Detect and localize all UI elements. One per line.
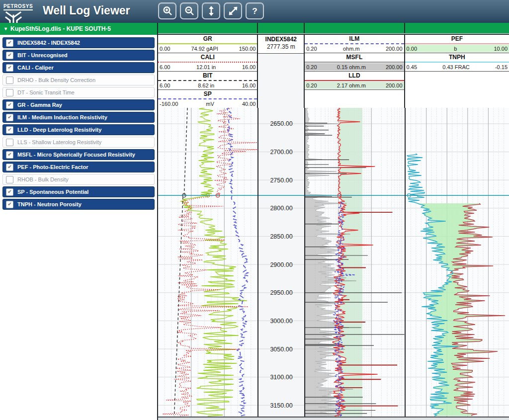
curve-scale-values: 0.0074.92 gAPI150.00 [158,45,257,52]
sidebar-item-msfl[interactable]: ✔MSFL - Micro Spherically Focused Resist… [2,149,155,160]
help-icon: ? [252,7,257,15]
curve-title: TNPH [405,53,509,61]
unchecked-checkbox[interactable] [6,77,13,84]
zoom-in-icon [162,5,173,16]
track2-strip [305,23,405,33]
curve-sample-line-ilm [305,43,404,44]
sidebar-item-cali[interactable]: ✔CALI - Caliper [2,62,155,73]
curve-item-label: ILM - Medium Induction Resistivity [17,114,107,120]
cursor-value-unit: 0.15 ohm.m [317,64,386,70]
sidebar-item-bit[interactable]: ✔BIT - Unrecognised [2,50,155,61]
app-title: Well Log Viewer [43,4,130,17]
curve-title: GR [158,35,257,43]
unchecked-checkbox[interactable] [6,176,13,183]
scale-max: 16.00 [242,64,256,70]
checked-checkbox[interactable]: ✔ [6,126,13,134]
fit-screen-button[interactable] [224,2,242,19]
curve-list-panel: ▾ KupeSth5Log.dlis - KUPE SOUTH-5 ✔INDEX… [0,23,157,420]
track-header-strip [158,23,509,34]
curve-header-pef: PEF0.00b10.00 [405,35,509,53]
curve-item-label: DT - Sonic Transit Time [17,89,75,95]
sidebar-item-tnph[interactable]: ✔TNPH - Neutron Porosity [2,199,155,210]
sidebar-item-lld[interactable]: ✔LLD - Deep Laterolog Resistivity [2,124,155,135]
curve-list: ✔INDEX5842 - INDEX5842✔BIT - Unrecognise… [0,35,157,210]
zoom-out-button[interactable] [180,2,198,19]
checked-checkbox[interactable]: ✔ [6,164,13,171]
cursor-value-unit: 0.43 FRAC [417,64,495,70]
curve-item-label: LLS - Shallow Laterolog Resistivity [17,139,101,145]
scale-max: 200.00 [386,64,403,70]
log-file-header[interactable]: ▾ KupeSth5Log.dlis - KUPE SOUTH-5 [0,23,157,35]
curve-item-label: TNPH - Neutron Porosity [17,201,82,207]
curve-header-gr: GR0.0074.92 gAPI150.00 [158,35,257,53]
cursor-value-unit: 12.01 in [170,64,242,70]
scale-min: 0.20 [306,83,317,88]
curve-header-sp: SP-160.00mV40.00 [158,90,257,108]
checked-checkbox[interactable]: ✔ [6,188,13,196]
sidebar-item-pef[interactable]: ✔PEF - Photo-Electric Factor [2,162,155,172]
collapse-caret-icon: ▾ [4,26,7,31]
sidebar-item-rhob[interactable]: RHOB - Bulk Density [2,174,155,185]
checked-checkbox[interactable]: ✔ [6,114,13,121]
sidebar-item-drho[interactable]: DRHO - Bulk Density Correction [2,75,155,85]
curve-header-tnph: TNPH0.450.43 FRAC-0.15 [405,53,509,72]
svg-text:2850.00: 2850.00 [270,233,292,240]
fit-height-button[interactable] [202,2,220,19]
curve-header-bit: BIT6.008.62 in16.00 [158,72,257,90]
curve-item-label: BIT - Unrecognised [17,52,68,58]
sidebar-item-gr[interactable]: ✔GR - Gamma Ray [2,99,155,110]
log-plot[interactable]: 2650.002700.002750.002800.002850.002900.… [158,108,509,420]
checked-checkbox[interactable]: ✔ [6,101,13,109]
curve-scale-values: -160.00mV40.00 [158,100,257,107]
curve-header-msfl: MSFL0.200.15 ohm.m200.00 [305,53,404,72]
curve-title: SP [158,90,257,98]
checked-checkbox[interactable]: ✔ [6,39,13,47]
cursor-depth-value: 2777.35 m [258,43,304,52]
curve-scale-values: 0.20ohm.m200.00 [305,45,404,52]
cursor-value-unit: b [417,46,494,52]
svg-text:2900.00: 2900.00 [270,261,292,268]
sidebar-item-index5842[interactable]: ✔INDEX5842 - INDEX5842 [2,37,155,48]
sidebar-item-dt[interactable]: DT - Sonic Transit Time [2,87,155,98]
unchecked-checkbox[interactable] [6,139,13,146]
cursor-value-unit: 74.92 gAPI [170,46,239,52]
curve-item-label: GR - Gamma Ray [17,102,62,108]
curve-header-lld: LLD0.202.17 ohm.m200.00 [305,72,404,90]
checked-checkbox[interactable]: ✔ [6,201,13,208]
zoom-in-button[interactable] [158,2,176,19]
unchecked-checkbox[interactable] [6,89,13,96]
checked-checkbox[interactable]: ✔ [6,52,13,59]
curve-scale-values: 0.450.43 FRAC-0.15 [405,63,509,71]
cursor-value-unit: 8.62 in [170,83,242,88]
track2-header-column: ILM0.20ohm.m200.00MSFL0.200.15 ohm.m200.… [305,35,405,108]
depth-header-spacer [258,53,304,108]
svg-text:2700.00: 2700.00 [270,149,292,156]
scale-max: 200.00 [386,46,403,52]
sidebar-item-lls[interactable]: LLS - Shallow Laterolog Resistivity [2,137,155,148]
scale-min: 0.00 [407,46,417,52]
curve-scale-values: 0.200.15 ohm.m200.00 [305,63,404,71]
scale-max: 150.00 [239,46,256,52]
curve-title: MSFL [305,53,404,61]
svg-text:2650.00: 2650.00 [270,120,292,127]
diagonal-arrows-icon [228,5,239,16]
sidebar-item-ilm[interactable]: ✔ILM - Medium Induction Resistivity [2,112,155,123]
depth-track-title: INDEX5842 [258,35,304,43]
checked-checkbox[interactable]: ✔ [6,64,13,72]
curve-sample-line-bit [158,80,257,81]
help-button[interactable]: ? [246,2,264,19]
depth-strip [258,23,305,33]
well-log-viewer-app: { "header": { "logo_text": "PETROSYS", "… [0,0,509,420]
curve-sample-line-msfl [305,62,404,63]
scale-min: 0.20 [306,64,317,70]
scale-min: 0.45 [407,64,417,70]
log-viewer-area: GR0.0074.92 gAPI150.00CALI6.0012.01 in16… [157,23,509,420]
checked-checkbox[interactable]: ✔ [6,151,13,159]
scale-min: 6.00 [160,83,170,88]
scale-min: 0.20 [306,46,317,52]
curve-item-label: RHOB - Bulk Density [17,176,69,182]
svg-text:3100.00: 3100.00 [270,374,292,381]
sidebar-item-sp[interactable]: ✔SP - Spontaneous Potential [2,186,155,197]
zoom-out-icon [184,5,195,16]
curve-scale-values: 6.008.62 in16.00 [158,82,257,89]
